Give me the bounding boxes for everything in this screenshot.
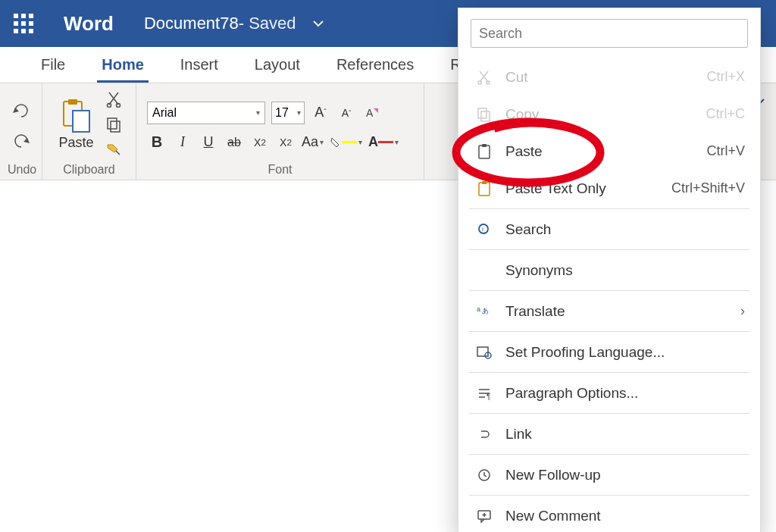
format-painter-button[interactable] [103, 140, 124, 161]
translate-icon: aあ [474, 303, 495, 320]
menu-label: Translate [505, 303, 740, 320]
redo-button[interactable] [10, 129, 33, 152]
menu-link[interactable]: Link [458, 415, 760, 452]
paste-label: Paste [58, 135, 93, 151]
svg-rect-10 [478, 108, 487, 118]
svg-rect-15 [482, 181, 487, 184]
ribbon-group-font: Arial ▾ 17 ▾ Aˆ Aˆ A B I U ab X2 X2 [136, 83, 424, 180]
chevron-down-icon: ▾ [297, 108, 301, 117]
document-name[interactable]: Document78 [144, 14, 239, 33]
highlight-button[interactable]: ▾ [330, 132, 362, 153]
svg-point-4 [116, 103, 120, 107]
link-icon [474, 426, 495, 443]
paste-icon [61, 99, 92, 133]
font-family-select[interactable]: Arial ▾ [147, 102, 265, 124]
svg-point-8 [478, 81, 481, 84]
paste-button[interactable]: Paste [54, 95, 98, 154]
separator [469, 290, 749, 291]
tab-layout[interactable]: Layout [236, 47, 318, 83]
menu-copy: Copy Ctrl+C [458, 95, 760, 133]
group-label-undo: Undo [8, 161, 34, 177]
comment-icon [474, 508, 495, 524]
clipboard-text-icon [474, 180, 495, 197]
svg-rect-13 [482, 144, 487, 147]
shortcut: Ctrl+C [706, 106, 745, 122]
separator [469, 249, 749, 250]
group-label-font: Font [144, 161, 416, 177]
tab-references[interactable]: References [318, 47, 432, 83]
context-menu: Cut Ctrl+X Copy Ctrl+C Paste Ctrl+V Past… [458, 8, 761, 532]
group-label-clipboard: Clipboard [50, 161, 128, 177]
menu-cut: Cut Ctrl+X [458, 58, 760, 95]
save-status: - Saved [239, 14, 296, 33]
svg-point-16 [479, 224, 488, 233]
font-color-button[interactable]: A ▾ [368, 132, 399, 153]
context-search-input[interactable] [479, 26, 740, 42]
menu-search[interactable]: i Search [458, 211, 760, 248]
font-family-value: Arial [152, 106, 177, 120]
bold-button[interactable]: B [147, 132, 167, 153]
change-case-button[interactable]: Aa▾ [302, 132, 324, 153]
separator [469, 208, 749, 209]
clipboard-icon [474, 143, 495, 160]
font-size-value: 17 [275, 106, 289, 120]
scissors-icon [474, 69, 495, 86]
superscript-button[interactable]: X2 [276, 132, 296, 153]
svg-text:a: a [477, 305, 480, 313]
search-icon: i [474, 221, 495, 238]
svg-text:¶: ¶ [487, 393, 490, 401]
tab-file[interactable]: File [23, 47, 83, 83]
italic-button[interactable]: I [173, 132, 192, 153]
underline-button[interactable]: U [199, 132, 218, 153]
cut-button[interactable] [103, 89, 124, 110]
shrink-font-button[interactable]: Aˆ [336, 102, 356, 124]
menu-label: New Comment [505, 508, 745, 524]
undo-button[interactable] [10, 99, 33, 121]
title-dropdown-icon[interactable] [313, 17, 324, 30]
context-search-box[interactable] [471, 19, 748, 48]
svg-rect-12 [479, 146, 490, 158]
svg-rect-6 [111, 121, 120, 132]
menu-label: Copy [505, 106, 706, 123]
svg-rect-11 [481, 111, 490, 121]
blank-icon [474, 262, 495, 279]
chevron-right-icon: › [740, 303, 745, 319]
copy-icon [474, 106, 495, 123]
shortcut: Ctrl+Shift+V [671, 180, 745, 196]
menu-paste-text-only[interactable]: Paste Text Only Ctrl+Shift+V [458, 170, 760, 207]
menu-paste[interactable]: Paste Ctrl+V [458, 133, 760, 170]
menu-new-followup[interactable]: New Follow-up [458, 456, 760, 493]
svg-point-3 [107, 103, 111, 107]
svg-rect-14 [479, 183, 490, 196]
grow-font-button[interactable]: Aˆ [311, 102, 330, 124]
menu-label: Paste Text Only [505, 180, 671, 197]
tab-home[interactable]: Home [83, 47, 162, 83]
svg-text:i: i [482, 226, 483, 233]
copy-button[interactable] [103, 114, 124, 136]
menu-new-comment[interactable]: New Comment [458, 497, 760, 532]
svg-text:あ: あ [482, 307, 489, 315]
font-size-select[interactable]: 17 ▾ [271, 102, 305, 124]
subscript-button[interactable]: X2 [250, 132, 270, 153]
svg-rect-1 [68, 99, 77, 105]
proofing-icon [474, 344, 495, 361]
separator [469, 454, 749, 455]
menu-paragraph-options[interactable]: ¶ Paragraph Options... [458, 374, 760, 412]
menu-label: Paragraph Options... [505, 385, 745, 402]
app-launcher-icon[interactable] [14, 14, 33, 33]
svg-text:A: A [366, 107, 374, 119]
menu-label: Cut [505, 69, 706, 86]
svg-rect-2 [73, 111, 89, 132]
menu-label: Paste [505, 143, 706, 160]
menu-translate[interactable]: aあ Translate › [458, 293, 760, 330]
strikethrough-button[interactable]: ab [224, 132, 244, 153]
menu-synonyms[interactable]: Synonyms [458, 252, 760, 289]
menu-label: Set Proofing Language... [505, 344, 745, 361]
clear-formatting-button[interactable]: A [362, 102, 382, 124]
separator [469, 413, 749, 414]
tab-insert[interactable]: Insert [162, 47, 236, 83]
separator [469, 495, 749, 496]
menu-proofing-language[interactable]: Set Proofing Language... [458, 333, 760, 371]
svg-rect-5 [108, 118, 117, 129]
clock-icon [474, 467, 495, 483]
